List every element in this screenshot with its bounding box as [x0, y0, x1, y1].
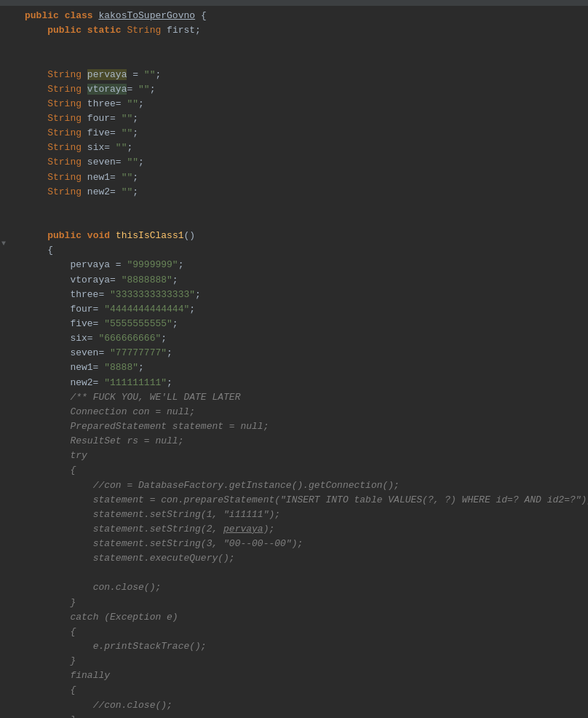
line-32: {	[0, 463, 588, 478]
line-18: pervaya = "9999999";	[0, 258, 588, 272]
line-44: e.printStackTrace();	[0, 639, 588, 654]
code-44: e.printStackTrace();	[20, 639, 588, 654]
line-29: PreparedStatement statement = null;	[0, 419, 588, 434]
code-3	[20, 38, 588, 52]
line-33: //con = DatabaseFactory.getInstance().ge…	[0, 478, 588, 493]
code-41: }	[20, 596, 588, 610]
code-45: }	[20, 654, 588, 668]
code-15	[20, 214, 588, 229]
code-14	[20, 200, 588, 214]
line-7: String three= "";	[0, 97, 588, 111]
code-43: {	[20, 625, 588, 639]
code-1: public class kakosToSuperGovno {	[20, 9, 588, 23]
code-35: statement.setString(1, "i11111");	[20, 508, 588, 522]
code-33: //con = DatabaseFactory.getInstance().ge…	[20, 478, 588, 493]
code-25: new1= "8888";	[20, 360, 588, 375]
code-34: statement = con.prepareStatement("INSERT…	[20, 493, 588, 508]
line-24: seven= "77777777";	[0, 346, 588, 360]
line-11: String seven= "";	[0, 155, 588, 170]
code-23: six= "666666666";	[20, 331, 588, 346]
code-12: String new1= "";	[20, 170, 588, 185]
line-28: Connection con = null;	[0, 405, 588, 419]
code-32: {	[20, 463, 588, 478]
code-8: String four= "";	[20, 111, 588, 126]
line-6: String vtoraya= "";	[0, 82, 588, 97]
code-4	[20, 52, 588, 67]
code-38: statement.executeQuery();	[20, 551, 588, 566]
code-area: public class kakosToSuperGovno { public …	[0, 6, 588, 718]
code-48: //con.close();	[20, 698, 588, 713]
code-21: four= "4444444444444";	[20, 302, 588, 317]
line-39	[0, 566, 588, 580]
line-2: public static String first;	[0, 23, 588, 38]
code-40: con.close();	[20, 580, 588, 595]
code-19: vtoraya= "8888888";	[20, 273, 588, 288]
fold-icon-17[interactable]: ▼	[1, 238, 6, 250]
code-39	[20, 566, 588, 580]
line-16: public void thisIsClass1()	[0, 229, 588, 243]
line-1: public class kakosToSuperGovno {	[0, 9, 588, 23]
code-30: ResultSet rs = null;	[20, 434, 588, 449]
line-38: statement.executeQuery();	[0, 551, 588, 566]
line-48: //con.close();	[0, 698, 588, 713]
line-17: ▼ {	[0, 243, 588, 258]
code-10: String six= "";	[20, 141, 588, 155]
line-42: catch (Exception e)	[0, 610, 588, 625]
code-16: public void thisIsClass1()	[20, 229, 588, 243]
line-9: String five= "";	[0, 126, 588, 141]
code-11: String seven= "";	[20, 155, 588, 170]
code-46: finally	[20, 668, 588, 683]
line-35: statement.setString(1, "i11111");	[0, 508, 588, 522]
code-29: PreparedStatement statement = null;	[20, 419, 588, 434]
line-27: /** FUCK YOU, WE'LL DATE LATER	[0, 390, 588, 405]
code-13: String new2= "";	[20, 185, 588, 200]
line-30: ResultSet rs = null;	[0, 434, 588, 449]
code-2: public static String first;	[20, 23, 588, 38]
line-12: String new1= "";	[0, 170, 588, 185]
code-47: {	[20, 683, 588, 698]
code-6: String vtoraya= "";	[20, 82, 588, 97]
line-34: statement = con.prepareStatement("INSERT…	[0, 493, 588, 508]
code-20: three= "3333333333333";	[20, 288, 588, 302]
line-49: }	[0, 713, 588, 718]
line-15	[0, 214, 588, 229]
code-7: String three= "";	[20, 97, 588, 111]
line-5: String pervaya = "";	[0, 68, 588, 82]
line-40: con.close();	[0, 580, 588, 595]
line-21: four= "4444444444444";	[0, 302, 588, 317]
line-19: vtoraya= "8888888";	[0, 273, 588, 288]
line-41: }	[0, 596, 588, 610]
line-13: String new2= "";	[0, 185, 588, 200]
code-9: String five= "";	[20, 126, 588, 141]
line-46: finally	[0, 668, 588, 683]
code-37: statement.setString(3, "00--00--00");	[20, 537, 588, 551]
code-22: five= "5555555555";	[20, 317, 588, 331]
code-27: /** FUCK YOU, WE'LL DATE LATER	[20, 390, 588, 405]
line-45: }	[0, 654, 588, 668]
line-8: String four= "";	[0, 111, 588, 126]
line-22: five= "5555555555";	[0, 317, 588, 331]
code-42: catch (Exception e)	[20, 610, 588, 625]
code-26: new2= "111111111";	[20, 376, 588, 390]
line-43: {	[0, 625, 588, 639]
line-36: statement.setString(2, pervaya);	[0, 522, 588, 537]
line-3	[0, 38, 588, 52]
line-23: six= "666666666";	[0, 331, 588, 346]
line-47: {	[0, 683, 588, 698]
line-26: new2= "111111111";	[0, 376, 588, 390]
line-10: String six= "";	[0, 141, 588, 155]
code-31: try	[20, 449, 588, 463]
line-14	[0, 200, 588, 214]
top-bar	[0, 0, 588, 6]
line-20: three= "3333333333333";	[0, 288, 588, 302]
code-5: String pervaya = "";	[20, 68, 588, 82]
code-editor: public class kakosToSuperGovno { public …	[0, 0, 588, 718]
line-31: try	[0, 449, 588, 463]
code-28: Connection con = null;	[20, 405, 588, 419]
line-37: statement.setString(3, "00--00--00");	[0, 537, 588, 551]
code-49: }	[20, 713, 588, 718]
code-18: pervaya = "9999999";	[20, 258, 588, 272]
code-17: {	[20, 243, 588, 258]
code-36: statement.setString(2, pervaya);	[20, 522, 588, 537]
code-24: seven= "77777777";	[20, 346, 588, 360]
